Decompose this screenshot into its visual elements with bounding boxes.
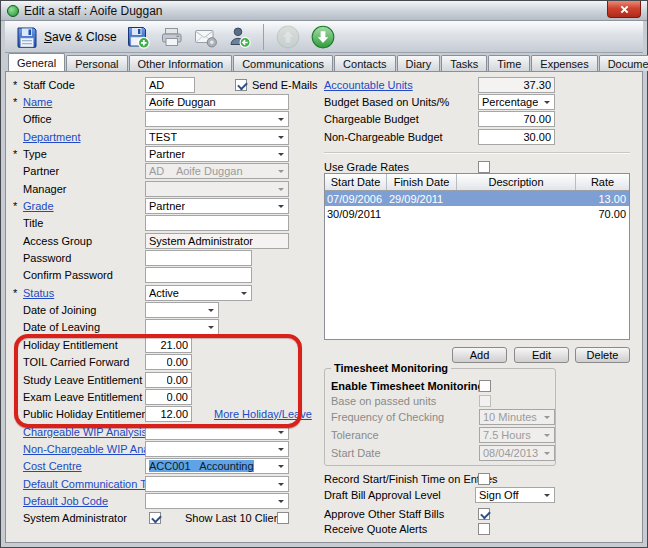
- chargeable-wip-label-link[interactable]: Chargeable WIP Analysis: [23, 426, 147, 438]
- status-label-link[interactable]: Status: [23, 287, 54, 299]
- move-down-button[interactable]: [310, 24, 336, 50]
- draft-bill-approval-dropdown[interactable]: Sign Off: [475, 487, 555, 503]
- title-input[interactable]: [145, 215, 289, 231]
- title-bar[interactable]: Edit a staff : Aoife Duggan: [1, 1, 647, 21]
- edit-button[interactable]: Edit: [514, 347, 569, 363]
- non-chargeable-budget-input[interactable]: 30.00: [478, 129, 555, 145]
- toil-carried-forward-row: TOIL Carried Forward 0.00: [9, 354, 321, 371]
- email-button[interactable]: [193, 25, 218, 49]
- tab-expenses[interactable]: Expenses: [531, 55, 597, 71]
- print-button[interactable]: [159, 25, 184, 49]
- chargeable-budget-input[interactable]: 70.00: [478, 111, 555, 127]
- column-header-rate[interactable]: Rate: [576, 174, 629, 190]
- type-dropdown[interactable]: Partner: [145, 146, 289, 162]
- manager-row: Manager: [9, 180, 321, 197]
- name-input[interactable]: Aoife Duggan: [145, 94, 289, 110]
- public-holiday-row: Public Holiday Entitlement 12.00 More Ho…: [9, 406, 321, 423]
- exam-leave-row: Exam Leave Entitlement 0.00: [9, 388, 321, 405]
- study-leave-input[interactable]: 0.00: [145, 372, 192, 388]
- base-on-passed-units-label: Base on passed units: [331, 395, 436, 407]
- password-row: Password: [9, 249, 321, 266]
- cost-centre-label-link[interactable]: Cost Centre: [23, 460, 82, 472]
- default-job-code-dropdown[interactable]: [145, 493, 289, 509]
- default-communication-type-row: Default Communication Type: [9, 475, 321, 492]
- status-dropdown[interactable]: Active: [145, 285, 252, 301]
- staff-transfer-button[interactable]: [227, 25, 252, 49]
- tab-diary[interactable]: Diary: [397, 55, 441, 71]
- department-label-link[interactable]: Department: [23, 131, 80, 143]
- holiday-entitlement-row: Holiday Entitlement 21.00: [9, 336, 321, 353]
- tab-documentation[interactable]: Documentation: [599, 55, 648, 71]
- approve-other-staff-bills-label: Approve Other Staff Bills: [324, 508, 444, 520]
- toil-carried-forward-input[interactable]: 0.00: [145, 354, 192, 370]
- partner-label: Partner: [23, 165, 59, 177]
- access-group-field: System Administrator: [145, 233, 289, 249]
- show-last-10-clients-checkbox[interactable]: [277, 512, 289, 524]
- toolbar-separator: [263, 24, 264, 50]
- date-of-joining-dropdown[interactable]: [145, 302, 219, 318]
- tab-time[interactable]: Time: [488, 55, 530, 71]
- rate-row-2[interactable]: 30/09/2011 70.00: [325, 206, 629, 221]
- close-button[interactable]: [607, 1, 641, 18]
- column-header-start-date[interactable]: Start Date: [325, 174, 387, 190]
- office-label: Office: [23, 113, 52, 125]
- tab-personal[interactable]: Personal: [66, 55, 127, 71]
- receive-quote-alerts-checkbox[interactable]: [478, 523, 490, 535]
- approve-other-staff-bills-checkbox[interactable]: [478, 508, 490, 520]
- exam-leave-input[interactable]: 0.00: [145, 389, 192, 405]
- delete-button[interactable]: Delete: [575, 347, 630, 363]
- required-marker: *: [13, 148, 21, 160]
- password-input[interactable]: [145, 250, 252, 266]
- use-grade-rates-checkbox[interactable]: [478, 161, 490, 173]
- more-holiday-leave-link[interactable]: More Holiday/Leave: [214, 408, 312, 420]
- column-header-finish-date[interactable]: Finish Date: [387, 174, 457, 190]
- access-group-label: Access Group: [23, 235, 92, 247]
- type-row: * Type Partner: [9, 145, 321, 162]
- enable-timesheet-monitoring-label: Enable Timesheet Monitoring: [331, 380, 484, 392]
- manager-label: Manager: [23, 183, 66, 195]
- required-marker: *: [13, 79, 21, 91]
- chargeable-wip-dropdown[interactable]: [145, 424, 289, 440]
- toil-carried-forward-label: TOIL Carried Forward: [23, 356, 129, 368]
- default-job-code-label-link[interactable]: Default Job Code: [23, 495, 108, 507]
- department-dropdown[interactable]: TEST: [145, 129, 289, 145]
- cost-centre-selected-text: ACC001 Accounting: [149, 460, 254, 472]
- password-label: Password: [23, 252, 71, 264]
- tab-other-information[interactable]: Other Information: [129, 55, 233, 71]
- save-icon: [15, 25, 39, 49]
- holiday-entitlement-input[interactable]: 21.00: [145, 337, 192, 353]
- save-close-button[interactable]: Save & Close: [15, 25, 117, 49]
- tab-tasks[interactable]: Tasks: [441, 55, 487, 71]
- send-emails-checkbox[interactable]: [235, 79, 247, 91]
- enable-timesheet-monitoring-checkbox[interactable]: [479, 380, 491, 392]
- office-dropdown[interactable]: [145, 111, 289, 127]
- record-time-checkbox[interactable]: [478, 473, 490, 485]
- tab-contacts[interactable]: Contacts: [334, 55, 395, 71]
- tolerance-label: Tolerance: [331, 429, 379, 441]
- tab-communications[interactable]: Communications: [233, 55, 333, 71]
- add-button[interactable]: Add: [452, 347, 507, 363]
- department-row: Department TEST: [9, 128, 321, 145]
- accountable-units-label-link[interactable]: Accountable Units: [324, 79, 413, 91]
- save-new-button[interactable]: [126, 25, 150, 49]
- confirm-password-input[interactable]: [145, 267, 252, 283]
- grade-label-link[interactable]: Grade: [23, 200, 54, 212]
- column-header-description[interactable]: Description: [457, 174, 576, 190]
- grade-dropdown[interactable]: Partner: [145, 198, 289, 214]
- system-administrator-checkbox[interactable]: [149, 512, 161, 524]
- non-chargeable-wip-dropdown[interactable]: [145, 441, 289, 457]
- rates-grid[interactable]: Start Date Finish Date Description Rate …: [324, 173, 630, 340]
- default-communication-type-label-link[interactable]: Default Communication Type: [23, 478, 164, 490]
- public-holiday-input[interactable]: 12.00: [145, 406, 192, 422]
- cost-centre-dropdown[interactable]: ACC001 Accounting: [145, 458, 289, 474]
- date-of-leaving-dropdown[interactable]: [145, 319, 219, 335]
- email-settings-icon: [193, 25, 218, 49]
- office-row: Office: [9, 111, 321, 128]
- name-label-link[interactable]: Name: [23, 96, 52, 108]
- budget-based-dropdown[interactable]: Percentage: [478, 94, 555, 110]
- rate-row-1[interactable]: 07/09/2006 29/09/2011 13.00: [325, 191, 629, 206]
- chargeable-wip-row: Chargeable WIP Analysis: [9, 423, 321, 440]
- default-communication-type-dropdown[interactable]: [145, 476, 289, 492]
- tab-general[interactable]: General: [8, 53, 65, 71]
- staff-code-input[interactable]: AD: [145, 77, 195, 93]
